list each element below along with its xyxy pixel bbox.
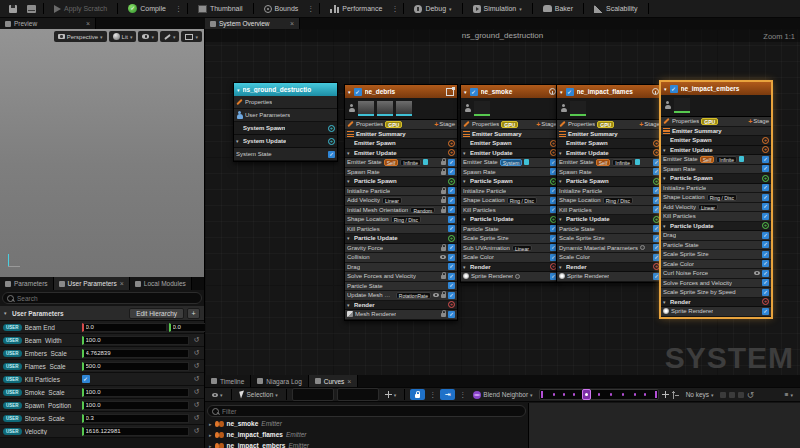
thumbnail-button[interactable]: Thumbnail [192, 1, 249, 16]
node-module-row[interactable]: Initialize Particle✓ [461, 187, 559, 197]
enabled-checkbox[interactable]: ✓ [762, 165, 769, 172]
node-module-row[interactable]: Spawn Rate✓ [661, 165, 771, 175]
enabled-checkbox[interactable]: ✓ [762, 194, 769, 201]
tab-user-parameters[interactable]: User Parameters× [54, 277, 130, 290]
node-module-row[interactable]: Particle State✓ [661, 241, 771, 251]
info-icon[interactable] [652, 88, 659, 95]
node-module-row[interactable]: Spawn Rate✓ [461, 168, 559, 178]
add-module-button[interactable]: + [653, 140, 660, 147]
curve-hierarchy-icon[interactable] [672, 391, 680, 399]
node-module-row[interactable]: User Parameters [234, 109, 337, 122]
snap-toggle-button[interactable]: ⇥ [440, 389, 455, 400]
node-module-row[interactable]: Shape LocationRing / Disc✓ [461, 196, 559, 206]
enabled-checkbox[interactable]: ✓ [653, 235, 660, 242]
section-collapse-icon[interactable]: ▾ [4, 310, 9, 316]
tab-local-modules[interactable]: Local Modules [130, 277, 192, 290]
node-module-row[interactable]: Scale Sprite Size✓ [461, 234, 559, 244]
node-module-row[interactable]: Mesh Renderer✓ [345, 310, 457, 320]
user-parameter-row[interactable]: USERSmoke_Scale↺ [0, 386, 204, 399]
node-module-row[interactable]: Sub UVAnimationLinear✓ [461, 244, 559, 254]
node-module-row[interactable]: Emitter Summary [345, 130, 457, 140]
visibility-icon[interactable] [433, 293, 439, 297]
expand-chevron-icon[interactable]: ▸ [209, 421, 212, 427]
parameter-value-input[interactable] [82, 388, 189, 397]
add-module-button[interactable]: + [448, 149, 455, 156]
node-section-row[interactable]: ▾Particle Spawn+ [661, 174, 771, 184]
emitter-node-ne_impact_flames[interactable]: ▾✓ne_impact_flamesPropertiesGPU+StageEmi… [556, 84, 663, 283]
more-options-icon[interactable]: ⋮ [428, 391, 437, 399]
node-module-row[interactable]: Gravity Force✓ [345, 244, 457, 254]
user-parameter-row[interactable]: USERKill Particles✓↺ [0, 373, 204, 386]
node-module-row[interactable]: Sprite Renderer✓ [557, 272, 662, 282]
more-options-icon[interactable]: ⋮ [306, 5, 315, 13]
node-header[interactable]: ▾ns_ground_destructio [234, 83, 337, 96]
curve-list-item[interactable]: ▸ne_impact_flamesEmitter [205, 429, 528, 440]
add-stage-button[interactable]: +Stage [748, 118, 769, 125]
material-thumbnail[interactable] [377, 101, 393, 116]
gradient-key-selected[interactable] [582, 389, 591, 400]
tab-parameters[interactable]: Parameters [0, 277, 54, 290]
tab-system-overview[interactable]: System Overview× [205, 18, 300, 29]
gradient-key[interactable] [553, 393, 556, 396]
close-icon[interactable]: × [120, 280, 124, 287]
node-module-row[interactable]: Dynamic Material Parameters✓ [557, 244, 662, 254]
enabled-checkbox[interactable]: ✓ [448, 216, 455, 223]
node-module-row[interactable]: Scale Color✓ [557, 253, 662, 263]
node-module-row[interactable]: Drag✓ [661, 231, 771, 241]
curve-list-item[interactable]: ▸ne_smokeEmitter [205, 418, 528, 429]
gradient-key[interactable] [610, 393, 613, 396]
emitter-node-ne_smoke[interactable]: ▾✓ne_smokePropertiesGPU+StageEmitter Sum… [460, 84, 560, 283]
user-parameter-row[interactable]: USERSpawn_Position↺ [0, 399, 204, 412]
gradient-key[interactable] [541, 391, 543, 398]
gradient-key[interactable] [644, 393, 647, 396]
collapse-icon[interactable]: ▾ [348, 89, 351, 95]
gradient-key[interactable] [634, 393, 637, 396]
user-parameter-row[interactable]: USERVelocity↺ [0, 425, 204, 438]
node-module-row[interactable]: Kill Particles✓ [661, 212, 771, 222]
enabled-checkbox[interactable]: ✓ [448, 187, 455, 194]
node-module-row[interactable]: Kill Particles✓ [557, 206, 662, 216]
node-module-row[interactable]: Kill Particles✓ [345, 225, 457, 235]
node-module-row[interactable]: Scale Color✓ [661, 260, 771, 270]
add-module-button[interactable]: + [762, 222, 769, 229]
more-options-icon[interactable]: ⋮ [390, 5, 399, 13]
node-module-row[interactable]: Scale Sprite Size✓ [557, 234, 662, 244]
enabled-checkbox[interactable]: ✓ [653, 187, 660, 194]
node-section-row[interactable]: ▾Render+ [345, 301, 457, 311]
add-module-button[interactable]: + [448, 235, 455, 242]
save-button[interactable] [5, 2, 21, 15]
parameter-value-input[interactable] [82, 323, 167, 332]
add-module-button[interactable]: + [448, 140, 455, 147]
add-stage-button[interactable]: +Stage [536, 121, 557, 128]
node-module-row[interactable]: Add VelocityLinear✓ [661, 203, 771, 213]
node-module-row[interactable]: Particle State✓ [345, 282, 457, 292]
node-module-row[interactable]: Initialize Particle✓ [661, 184, 771, 194]
add-stage-button[interactable]: +Stage [639, 121, 660, 128]
source-control-button[interactable] [23, 2, 39, 15]
material-thumbnail[interactable] [358, 101, 374, 116]
performance-button[interactable]: Performance [324, 1, 388, 16]
close-icon[interactable]: × [347, 378, 351, 385]
enabled-checkbox[interactable]: ✓ [762, 279, 769, 286]
color-gradient-track[interactable] [539, 389, 659, 400]
enabled-checkbox[interactable]: ✓ [762, 241, 769, 248]
gradient-key[interactable] [563, 393, 566, 396]
node-module-row[interactable]: Initialize Particle✓ [557, 187, 662, 197]
user-parameter-row[interactable]: USERStones_Scale↺ [0, 412, 204, 425]
node-module-row[interactable]: Scale Sprite Size✓ [661, 250, 771, 260]
expand-chevron-icon[interactable]: ▸ [209, 432, 212, 438]
curve-editor-area[interactable] [529, 403, 800, 448]
lit-mode-dropdown[interactable]: Lit▾ [109, 31, 137, 42]
reset-to-default-button[interactable]: ↺ [192, 349, 201, 357]
enabled-checkbox[interactable]: ✓ [762, 251, 769, 258]
enabled-checkbox[interactable]: ✓ [448, 311, 455, 318]
key-tangent-icon[interactable] [738, 392, 744, 398]
collapse-icon[interactable]: ▾ [464, 89, 467, 95]
system-overview-graph[interactable]: ns_ground_destruction Zoom 1:1 ▾ns_groun… [205, 29, 800, 375]
enabled-checkbox[interactable]: ✓ [762, 184, 769, 191]
collapse-icon[interactable]: ▾ [560, 89, 563, 95]
add-module-button[interactable]: + [328, 138, 335, 145]
node-module-row[interactable]: Sprite Renderer✓ [461, 272, 559, 282]
tab-niagara-log[interactable]: Niagara Log [251, 375, 308, 387]
node-section-row[interactable]: ▾Emitter Update+ [557, 149, 662, 159]
